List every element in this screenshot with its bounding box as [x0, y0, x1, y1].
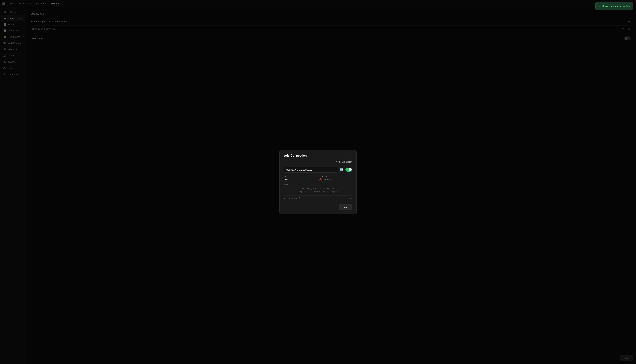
key-field: Key none [284, 175, 317, 181]
url-label: URL [284, 164, 352, 166]
url-input[interactable] [284, 167, 338, 172]
prefix-id-input-row: 🚫 [319, 178, 352, 181]
prefix-id-field: Prefix ID 🚫 [319, 175, 352, 181]
key-label: Key [284, 175, 317, 178]
url-row: 🔄 [284, 167, 352, 172]
model-ids-label: Model IDs [284, 184, 352, 186]
prefix-id-input[interactable] [323, 178, 352, 181]
add-model-row: Add a model ID + [284, 196, 352, 201]
toast-notification: ✓ Server connection verified [595, 2, 633, 10]
modal-close-button[interactable]: × [350, 154, 352, 157]
modal-overlay[interactable]: Add Connection × Verify Connection URL 🔄… [0, 0, 636, 364]
url-toggle[interactable] [346, 168, 352, 172]
modal-title: Add Connection [284, 154, 307, 157]
prefix-id-label: Prefix ID [319, 175, 352, 178]
eye-off-icon: 🚫 [319, 178, 322, 181]
toast-message: Server connection verified [602, 4, 630, 7]
verify-connection-button[interactable]: Verify Connection [284, 161, 352, 163]
modal-footer: Save [284, 204, 352, 210]
add-model-button[interactable]: + [350, 197, 352, 200]
refresh-icon[interactable]: 🔄 [339, 168, 344, 172]
model-ids-info: Leave empty to include all models from"h… [284, 187, 352, 193]
add-model-placeholder: Add a model ID [284, 197, 300, 200]
fields-row: Key none Prefix ID 🚫 [284, 175, 352, 181]
modal-header: Add Connection × [284, 154, 352, 157]
add-connection-modal: Add Connection × Verify Connection URL 🔄… [279, 150, 357, 214]
check-icon: ✓ [598, 4, 601, 8]
key-value: none [284, 178, 317, 181]
modal-save-button[interactable]: Save [339, 204, 352, 210]
model-ids-section: Model IDs Leave empty to include all mod… [284, 184, 352, 193]
